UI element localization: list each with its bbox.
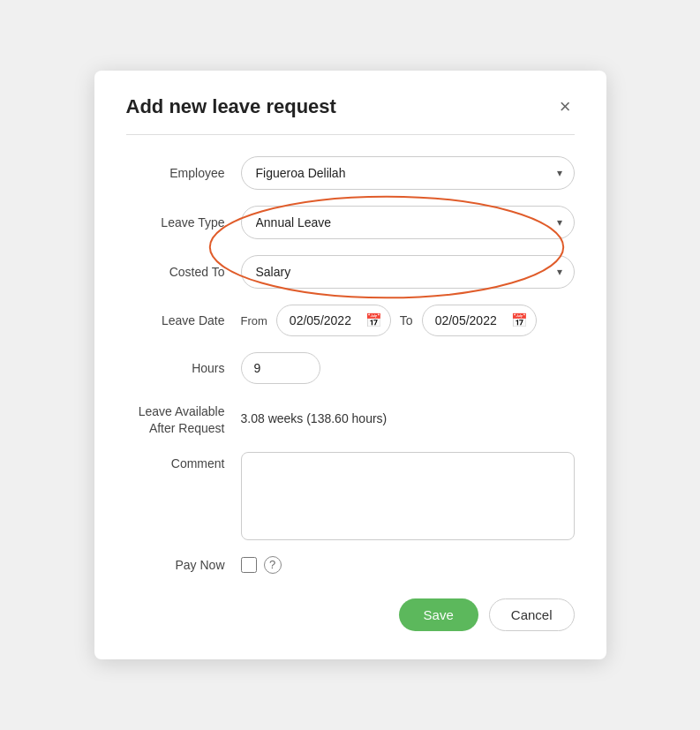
highlighted-section: Leave Type Annual Leave Sick Leave Perso… [126, 206, 575, 289]
from-label: From [241, 314, 267, 327]
pay-now-group: ? [241, 556, 282, 574]
employee-select[interactable]: Figueroa Delilah [241, 156, 575, 190]
costed-to-label: Costed To [126, 264, 241, 280]
employee-select-wrapper: Figueroa Delilah ▾ [241, 156, 575, 190]
to-date-input[interactable] [422, 305, 537, 336]
hours-row: Hours [126, 352, 575, 384]
cancel-button[interactable]: Cancel [489, 598, 575, 631]
to-label: To [400, 313, 413, 327]
leave-type-row: Leave Type Annual Leave Sick Leave Perso… [126, 206, 575, 239]
leave-date-group: From 📅 To 📅 [241, 305, 575, 336]
dialog-header: Add new leave request × [126, 95, 575, 118]
save-button[interactable]: Save [399, 598, 478, 631]
dialog-title: Add new leave request [126, 95, 336, 118]
comment-row: Comment [126, 452, 575, 540]
to-date-wrapper: 📅 [422, 305, 537, 336]
pay-now-row: Pay Now ? [126, 556, 575, 574]
leave-date-label: Leave Date [126, 312, 241, 328]
leave-type-select-wrapper: Annual Leave Sick Leave Personal Leave ▾ [241, 206, 575, 239]
from-date-input[interactable] [276, 305, 391, 336]
pay-now-checkbox[interactable] [241, 557, 257, 573]
leave-available-label: Leave Available After Request [126, 400, 241, 435]
comment-textarea[interactable] [241, 452, 575, 540]
employee-label: Employee [126, 165, 241, 181]
costed-to-row: Costed To Salary Allowance ▾ [126, 255, 575, 289]
leave-available-value: 3.08 weeks (138.60 hours) [241, 411, 388, 425]
costed-to-select-wrapper: Salary Allowance ▾ [241, 255, 575, 289]
leave-available-row: Leave Available After Request 3.08 weeks… [126, 400, 575, 435]
hours-input[interactable] [241, 352, 320, 384]
pay-now-help-icon[interactable]: ? [264, 556, 282, 574]
leave-date-row: Leave Date From 📅 To 📅 [126, 305, 575, 336]
costed-to-select[interactable]: Salary Allowance [241, 255, 575, 289]
add-leave-dialog: Add new leave request × Employee Figuero… [94, 71, 606, 659]
from-date-wrapper: 📅 [276, 305, 391, 336]
leave-type-label: Leave Type [126, 214, 241, 230]
pay-now-label: Pay Now [126, 557, 241, 573]
header-divider [126, 134, 575, 135]
leave-type-select[interactable]: Annual Leave Sick Leave Personal Leave [241, 206, 575, 239]
employee-row: Employee Figueroa Delilah ▾ [126, 156, 575, 190]
dialog-footer: Save Cancel [126, 598, 575, 631]
hours-label: Hours [126, 360, 241, 376]
comment-label: Comment [126, 452, 241, 471]
close-button[interactable]: × [556, 95, 575, 118]
